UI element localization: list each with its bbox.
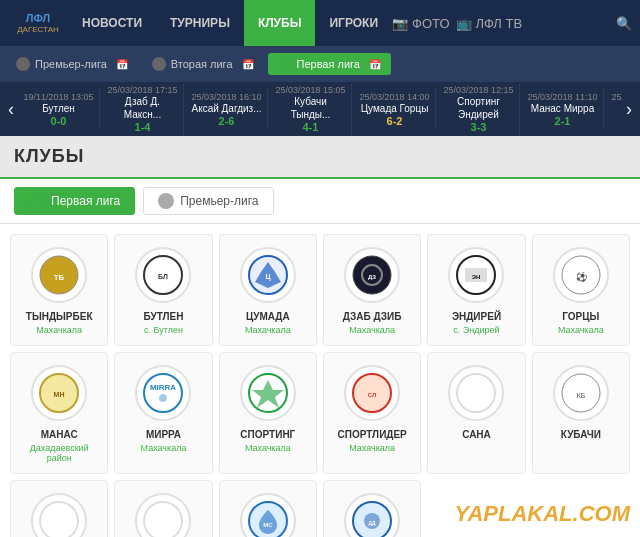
club-card-dzab[interactable]: ДЗ ДЗАБ ДЗИБ Махачкала: [323, 234, 421, 346]
club-card-butlen[interactable]: БЛ БУТЛЕН с. Бутлен: [114, 234, 212, 346]
score-date-2: 25/03/2018 16:10: [189, 92, 264, 102]
club-logo-mirra: MIRRA: [135, 365, 191, 421]
nav-igroki[interactable]: ИГРОКИ: [315, 0, 392, 46]
club-city-mirra: Махачкала: [141, 443, 187, 453]
score-teams-1: Дзаб Д. Максн...: [105, 95, 180, 121]
club-card-tyndyrbek[interactable]: ТБ ТЫНДЫРБЕК Махачкала: [10, 234, 108, 346]
score-item-4[interactable]: 25/03/2018 14:00 Цумада Горцы 6-2: [354, 90, 436, 129]
nav-lfl-tv[interactable]: 📺 ЛФЛ ТВ: [456, 0, 523, 46]
club-card-manas[interactable]: МН МАНАС Дахадаевский район: [10, 352, 108, 474]
score-date-0: 19/11/2018 13:05: [21, 92, 96, 102]
svg-text:⚽: ⚽: [575, 271, 587, 283]
score-teams-6: Манас Мирра: [525, 102, 600, 115]
club-logo-dzab: ДЗ: [344, 247, 400, 303]
search-icon-btn[interactable]: 🔍: [616, 16, 632, 31]
score-item-5[interactable]: 25/03/2018 12:15 Спортинг Эндирей 3-3: [438, 83, 520, 135]
club-city-manas: Дахадаевский район: [17, 443, 101, 463]
nav-kluby[interactable]: КЛУБЫ: [244, 0, 316, 46]
score-result-4: 6-2: [357, 115, 432, 127]
svg-text:ЭН: ЭН: [472, 274, 481, 280]
score-teams-5: Спортинг Эндирей: [441, 95, 516, 121]
score-result-0: 0-0: [21, 115, 96, 127]
clubs-league-tabs: Первая лига Премьер-лига: [0, 179, 640, 224]
tab-premier-icon: [16, 57, 30, 71]
club-name-butlen: БУТЛЕН: [144, 311, 184, 323]
club-card-sporting[interactable]: СПОРТИНГ Махачкала: [219, 352, 317, 474]
clubs-tab-pervaya[interactable]: Первая лига: [14, 187, 135, 215]
svg-text:ДД: ДД: [369, 520, 377, 526]
club-card-dagdizel[interactable]: ДД ДАГДИЗЕЛЬ Каспийск: [323, 480, 421, 537]
page-title-bar: КЛУБЫ: [0, 136, 640, 179]
svg-text:MC: MC: [263, 522, 273, 528]
tab-vtoraya-icon: [152, 57, 166, 71]
club-logo-dagdizel: ДД: [344, 493, 400, 537]
tv-icon: 📺: [456, 16, 472, 31]
club-name-dzab: ДЗАБ ДЗИБ: [343, 311, 402, 323]
tab-premier[interactable]: Премьер-лига 📅: [6, 53, 138, 75]
svg-point-22: [457, 374, 495, 412]
club-card-gorcy[interactable]: ⚽ ГОРЦЫ Махачкала: [532, 234, 630, 346]
nav-turniry[interactable]: ТУРНИРЫ: [156, 0, 244, 46]
score-item-3[interactable]: 25/03/2018 15:05 Кубачи Тынды... 4-1: [270, 83, 352, 135]
score-result-5: 3-3: [441, 121, 516, 133]
svg-text:МН: МН: [54, 391, 65, 398]
club-name-sportlider: СПОРТЛИДЕР: [338, 429, 407, 441]
svg-text:MIRRA: MIRRA: [150, 383, 176, 392]
club-logo-sporting: [240, 365, 296, 421]
score-item-2[interactable]: 25/03/2018 16:10 Аксай Дагдиз... 2-6: [186, 90, 268, 129]
club-city-sportlider: Махачкала: [349, 443, 395, 453]
score-date-3: 25/03/2018 15:05: [273, 85, 348, 95]
club-card-makhachkala-siti[interactable]: MC МАХАЧКАЛА СИТИ Махачкала: [219, 480, 317, 537]
score-teams-0: Бутлен: [21, 102, 96, 115]
score-result-1: 1-4: [105, 121, 180, 133]
club-logo-kubachi: КБ: [553, 365, 609, 421]
score-date-1: 25/03/2018 17:15: [105, 85, 180, 95]
score-date-4: 25/03/2018 14:00: [357, 92, 432, 102]
score-result-7: 0-2: [609, 115, 622, 127]
club-card-aksay[interactable]: АКСАЙ ЦЕБЕ: [10, 480, 108, 537]
foto-label: ФОТО: [412, 16, 449, 31]
club-logo-sportlider: СЛ: [344, 365, 400, 421]
club-city-dzab: Махачкала: [349, 325, 395, 335]
club-card-sana[interactable]: САНА: [427, 352, 525, 474]
nav-foto[interactable]: 📷 ФОТО: [392, 0, 449, 46]
tv-label: ЛФЛ ТВ: [476, 16, 523, 31]
club-card-endirey[interactable]: ЭН ЭНДИРЕЙ с. Эндирей: [427, 234, 525, 346]
clubs-container: ТБ ТЫНДЫРБЕК Махачкала БЛ БУТЛЕН с. Бутл…: [0, 224, 640, 537]
scores-prev-btn[interactable]: ‹: [4, 99, 18, 120]
svg-point-25: [40, 502, 78, 537]
tab-premier-cal: 📅: [116, 59, 128, 70]
club-logo-rio: [135, 493, 191, 537]
club-name-gorcy: ГОРЦЫ: [562, 311, 599, 323]
score-item-0[interactable]: 19/11/2018 13:05 Бутлен 0-0: [18, 90, 100, 129]
club-card-rio[interactable]: РИО: [114, 480, 212, 537]
tab-vtoraya[interactable]: Вторая лига 📅: [142, 53, 264, 75]
scores-next-btn[interactable]: ›: [622, 99, 636, 120]
club-logo-tsumada: Ц: [240, 247, 296, 303]
club-city-sporting: Махачкала: [245, 443, 291, 453]
tab-pervaya[interactable]: Первая лига 📅: [268, 53, 391, 75]
club-card-kubachi[interactable]: КБ КУБАЧИ: [532, 352, 630, 474]
score-result-3: 4-1: [273, 121, 348, 133]
scores-row: ‹ 19/11/2018 13:05 Бутлен 0-0 25/03/2018…: [0, 82, 640, 136]
score-item-7[interactable]: 25/03/2018 10:05 Рио Сана 0-2: [606, 90, 622, 129]
club-name-sana: САНА: [462, 429, 491, 441]
svg-text:ТБ: ТБ: [54, 273, 65, 282]
club-card-mirra[interactable]: MIRRA МИРРА Махачкала: [114, 352, 212, 474]
score-teams-4: Цумада Горцы: [357, 102, 432, 115]
score-item-1[interactable]: 25/03/2018 17:15 Дзаб Д. Максн... 1-4: [102, 83, 184, 135]
tab-vtoraya-label: Вторая лига: [171, 58, 233, 70]
clubs-tab-premier-icon: [158, 193, 174, 209]
clubs-tab-pervaya-icon: [29, 193, 45, 209]
clubs-tab-premier[interactable]: Премьер-лига: [143, 187, 273, 215]
score-date-6: 25/03/2018 11:10: [525, 92, 600, 102]
club-name-sporting: СПОРТИНГ: [240, 429, 295, 441]
club-card-tsumada[interactable]: Ц ЦУМАДА Махачкала: [219, 234, 317, 346]
club-logo-aksay: [31, 493, 87, 537]
tab-pervaya-icon: [278, 57, 292, 71]
score-item-6[interactable]: 25/03/2018 11:10 Манас Мирра 2-1: [522, 90, 604, 129]
score-result-6: 2-1: [525, 115, 600, 127]
nav-novosti[interactable]: НОВОСТИ: [68, 0, 156, 46]
club-card-sportlider[interactable]: СЛ СПОРТЛИДЕР Махачкала: [323, 352, 421, 474]
svg-text:ДЗ: ДЗ: [368, 274, 376, 280]
